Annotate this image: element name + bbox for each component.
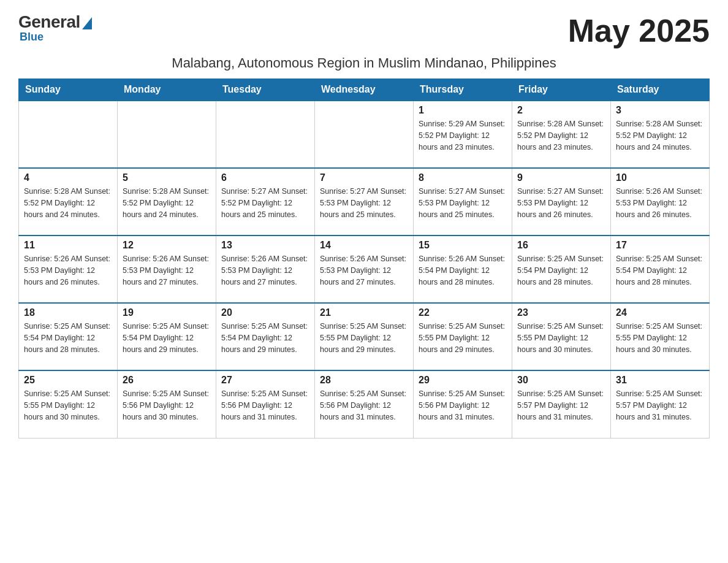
day-info: Sunrise: 5:25 AM Sunset: 5:56 PM Dayligh… [320, 388, 408, 423]
week-row-4: 18Sunrise: 5:25 AM Sunset: 5:54 PM Dayli… [19, 303, 710, 370]
calendar-cell: 12Sunrise: 5:26 AM Sunset: 5:53 PM Dayli… [118, 236, 216, 303]
calendar-cell: 14Sunrise: 5:26 AM Sunset: 5:53 PM Dayli… [315, 236, 414, 303]
col-friday: Friday [512, 79, 611, 101]
col-thursday: Thursday [414, 79, 512, 101]
day-info: Sunrise: 5:25 AM Sunset: 5:55 PM Dayligh… [320, 321, 408, 355]
day-number: 21 [320, 307, 408, 318]
day-number: 30 [517, 375, 605, 386]
day-info: Sunrise: 5:28 AM Sunset: 5:52 PM Dayligh… [616, 118, 704, 153]
calendar-cell: 25Sunrise: 5:25 AM Sunset: 5:55 PM Dayli… [19, 370, 118, 438]
calendar-cell: 15Sunrise: 5:26 AM Sunset: 5:54 PM Dayli… [414, 236, 512, 303]
week-row-5: 25Sunrise: 5:25 AM Sunset: 5:55 PM Dayli… [19, 370, 710, 438]
day-number: 11 [24, 240, 112, 251]
calendar-cell: 17Sunrise: 5:25 AM Sunset: 5:54 PM Dayli… [611, 236, 710, 303]
day-info: Sunrise: 5:25 AM Sunset: 5:55 PM Dayligh… [24, 388, 112, 423]
day-info: Sunrise: 5:27 AM Sunset: 5:53 PM Dayligh… [320, 186, 408, 220]
day-number: 23 [517, 307, 605, 318]
day-number: 26 [123, 375, 211, 386]
day-number: 5 [123, 172, 211, 183]
calendar-cell: 22Sunrise: 5:25 AM Sunset: 5:55 PM Dayli… [414, 303, 512, 370]
day-info: Sunrise: 5:26 AM Sunset: 5:53 PM Dayligh… [320, 253, 408, 288]
day-info: Sunrise: 5:25 AM Sunset: 5:56 PM Dayligh… [419, 388, 507, 423]
day-info: Sunrise: 5:29 AM Sunset: 5:52 PM Dayligh… [419, 118, 507, 153]
day-number: 27 [221, 375, 309, 386]
calendar-cell: 5Sunrise: 5:28 AM Sunset: 5:52 PM Daylig… [118, 168, 216, 236]
day-info: Sunrise: 5:27 AM Sunset: 5:53 PM Dayligh… [419, 186, 507, 220]
day-number: 19 [123, 307, 211, 318]
weekday-header-row: Sunday Monday Tuesday Wednesday Thursday… [19, 79, 710, 101]
day-number: 7 [320, 172, 408, 183]
day-number: 13 [221, 240, 309, 251]
calendar-cell: 2Sunrise: 5:28 AM Sunset: 5:52 PM Daylig… [512, 101, 611, 168]
calendar-cell: 29Sunrise: 5:25 AM Sunset: 5:56 PM Dayli… [414, 370, 512, 438]
logo-triangle-icon [82, 17, 92, 29]
calendar-cell: 9Sunrise: 5:27 AM Sunset: 5:53 PM Daylig… [512, 168, 611, 236]
calendar-cell: 16Sunrise: 5:25 AM Sunset: 5:54 PM Dayli… [512, 236, 611, 303]
calendar-cell: 27Sunrise: 5:25 AM Sunset: 5:56 PM Dayli… [216, 370, 315, 438]
day-number: 15 [419, 240, 507, 251]
calendar-cell: 26Sunrise: 5:25 AM Sunset: 5:56 PM Dayli… [118, 370, 216, 438]
day-number: 24 [616, 307, 704, 318]
col-sunday: Sunday [19, 79, 118, 101]
calendar-table: Sunday Monday Tuesday Wednesday Thursday… [18, 79, 710, 439]
week-row-1: 1Sunrise: 5:29 AM Sunset: 5:52 PM Daylig… [19, 101, 710, 168]
page-header: General Blue May 2025 [18, 12, 710, 49]
day-number: 22 [419, 307, 507, 318]
day-number: 16 [517, 240, 605, 251]
day-number: 3 [616, 105, 704, 116]
calendar-cell: 28Sunrise: 5:25 AM Sunset: 5:56 PM Dayli… [315, 370, 414, 438]
col-wednesday: Wednesday [315, 79, 414, 101]
day-info: Sunrise: 5:27 AM Sunset: 5:52 PM Dayligh… [221, 186, 309, 220]
day-number: 31 [616, 375, 704, 386]
day-info: Sunrise: 5:25 AM Sunset: 5:54 PM Dayligh… [221, 321, 309, 355]
day-number: 14 [320, 240, 408, 251]
location-title: Malabang, Autonomous Region in Muslim Mi… [18, 55, 710, 71]
logo-general-text: General [18, 12, 80, 32]
calendar-cell: 4Sunrise: 5:28 AM Sunset: 5:52 PM Daylig… [19, 168, 118, 236]
day-info: Sunrise: 5:25 AM Sunset: 5:54 PM Dayligh… [123, 321, 211, 355]
calendar-cell: 24Sunrise: 5:25 AM Sunset: 5:55 PM Dayli… [611, 303, 710, 370]
calendar-cell: 7Sunrise: 5:27 AM Sunset: 5:53 PM Daylig… [315, 168, 414, 236]
day-info: Sunrise: 5:25 AM Sunset: 5:55 PM Dayligh… [517, 321, 605, 355]
day-number: 18 [24, 307, 112, 318]
day-info: Sunrise: 5:25 AM Sunset: 5:56 PM Dayligh… [123, 388, 211, 423]
calendar-cell: 1Sunrise: 5:29 AM Sunset: 5:52 PM Daylig… [414, 101, 512, 168]
day-info: Sunrise: 5:25 AM Sunset: 5:54 PM Dayligh… [517, 253, 605, 288]
day-number: 6 [221, 172, 309, 183]
day-number: 29 [419, 375, 507, 386]
day-info: Sunrise: 5:28 AM Sunset: 5:52 PM Dayligh… [24, 186, 112, 220]
day-number: 28 [320, 375, 408, 386]
calendar-cell: 30Sunrise: 5:25 AM Sunset: 5:57 PM Dayli… [512, 370, 611, 438]
day-info: Sunrise: 5:25 AM Sunset: 5:57 PM Dayligh… [517, 388, 605, 423]
logo-blue-text: Blue [20, 31, 44, 44]
day-info: Sunrise: 5:26 AM Sunset: 5:54 PM Dayligh… [419, 253, 507, 288]
day-info: Sunrise: 5:26 AM Sunset: 5:53 PM Dayligh… [616, 186, 704, 220]
day-info: Sunrise: 5:28 AM Sunset: 5:52 PM Dayligh… [517, 118, 605, 153]
week-row-2: 4Sunrise: 5:28 AM Sunset: 5:52 PM Daylig… [19, 168, 710, 236]
day-info: Sunrise: 5:25 AM Sunset: 5:55 PM Dayligh… [616, 321, 704, 355]
day-info: Sunrise: 5:26 AM Sunset: 5:53 PM Dayligh… [123, 253, 211, 288]
day-info: Sunrise: 5:26 AM Sunset: 5:53 PM Dayligh… [221, 253, 309, 288]
day-info: Sunrise: 5:25 AM Sunset: 5:54 PM Dayligh… [616, 253, 704, 288]
day-info: Sunrise: 5:25 AM Sunset: 5:55 PM Dayligh… [419, 321, 507, 355]
calendar-cell: 3Sunrise: 5:28 AM Sunset: 5:52 PM Daylig… [611, 101, 710, 168]
day-number: 2 [517, 105, 605, 116]
calendar-cell: 20Sunrise: 5:25 AM Sunset: 5:54 PM Dayli… [216, 303, 315, 370]
col-monday: Monday [118, 79, 216, 101]
logo: General Blue [18, 12, 92, 44]
calendar-cell [118, 101, 216, 168]
day-info: Sunrise: 5:25 AM Sunset: 5:54 PM Dayligh… [24, 321, 112, 355]
col-tuesday: Tuesday [216, 79, 315, 101]
day-number: 17 [616, 240, 704, 251]
day-number: 9 [517, 172, 605, 183]
calendar-cell: 11Sunrise: 5:26 AM Sunset: 5:53 PM Dayli… [19, 236, 118, 303]
calendar-cell: 21Sunrise: 5:25 AM Sunset: 5:55 PM Dayli… [315, 303, 414, 370]
calendar-cell: 10Sunrise: 5:26 AM Sunset: 5:53 PM Dayli… [611, 168, 710, 236]
day-info: Sunrise: 5:26 AM Sunset: 5:53 PM Dayligh… [24, 253, 112, 288]
calendar-cell [315, 101, 414, 168]
day-number: 12 [123, 240, 211, 251]
day-info: Sunrise: 5:28 AM Sunset: 5:52 PM Dayligh… [123, 186, 211, 220]
day-info: Sunrise: 5:25 AM Sunset: 5:56 PM Dayligh… [221, 388, 309, 423]
day-number: 4 [24, 172, 112, 183]
day-number: 10 [616, 172, 704, 183]
